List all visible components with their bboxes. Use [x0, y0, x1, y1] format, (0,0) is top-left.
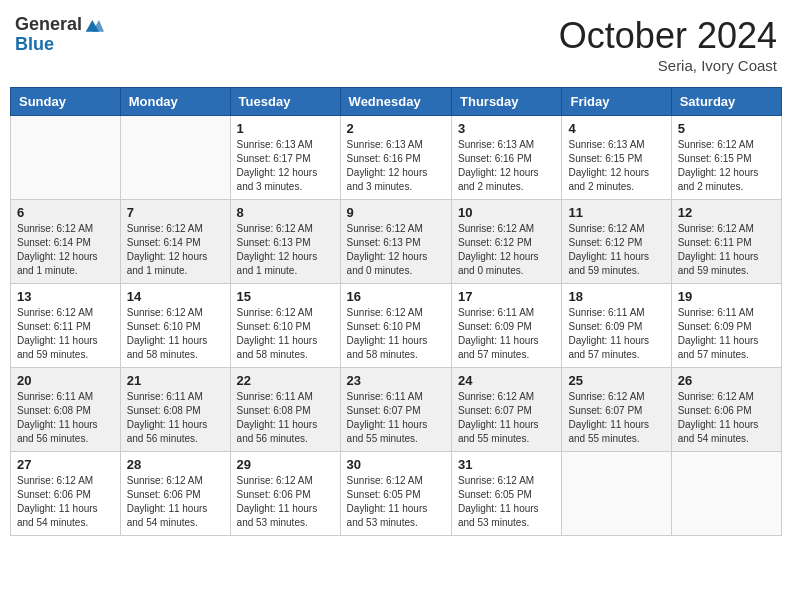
- calendar-cell: [11, 116, 121, 200]
- day-number: 25: [568, 373, 664, 388]
- calendar-cell: 2Sunrise: 6:13 AMSunset: 6:16 PMDaylight…: [340, 116, 451, 200]
- day-number: 28: [127, 457, 224, 472]
- day-info: Sunrise: 6:13 AMSunset: 6:16 PMDaylight:…: [347, 138, 445, 194]
- day-info: Sunrise: 6:12 AMSunset: 6:06 PMDaylight:…: [237, 474, 334, 530]
- calendar-cell: 12Sunrise: 6:12 AMSunset: 6:11 PMDayligh…: [671, 200, 781, 284]
- day-info: Sunrise: 6:13 AMSunset: 6:17 PMDaylight:…: [237, 138, 334, 194]
- weekday-header-row: SundayMondayTuesdayWednesdayThursdayFrid…: [11, 88, 782, 116]
- day-info: Sunrise: 6:12 AMSunset: 6:07 PMDaylight:…: [458, 390, 555, 446]
- day-info: Sunrise: 6:12 AMSunset: 6:14 PMDaylight:…: [17, 222, 114, 278]
- day-info: Sunrise: 6:13 AMSunset: 6:15 PMDaylight:…: [568, 138, 664, 194]
- month-title: October 2024: [559, 15, 777, 57]
- day-number: 31: [458, 457, 555, 472]
- day-info: Sunrise: 6:12 AMSunset: 6:07 PMDaylight:…: [568, 390, 664, 446]
- weekday-header-monday: Monday: [120, 88, 230, 116]
- day-number: 21: [127, 373, 224, 388]
- day-number: 27: [17, 457, 114, 472]
- day-info: Sunrise: 6:12 AMSunset: 6:12 PMDaylight:…: [568, 222, 664, 278]
- logo-general-text: General: [15, 15, 82, 35]
- calendar-cell: 21Sunrise: 6:11 AMSunset: 6:08 PMDayligh…: [120, 368, 230, 452]
- day-number: 12: [678, 205, 775, 220]
- logo-icon: [84, 15, 104, 35]
- calendar-cell: 3Sunrise: 6:13 AMSunset: 6:16 PMDaylight…: [452, 116, 562, 200]
- day-number: 30: [347, 457, 445, 472]
- calendar-cell: 13Sunrise: 6:12 AMSunset: 6:11 PMDayligh…: [11, 284, 121, 368]
- weekday-header-wednesday: Wednesday: [340, 88, 451, 116]
- calendar-week-row: 1Sunrise: 6:13 AMSunset: 6:17 PMDaylight…: [11, 116, 782, 200]
- calendar-cell: 31Sunrise: 6:12 AMSunset: 6:05 PMDayligh…: [452, 452, 562, 536]
- title-block: October 2024 Seria, Ivory Coast: [559, 15, 777, 74]
- day-number: 4: [568, 121, 664, 136]
- day-info: Sunrise: 6:12 AMSunset: 6:13 PMDaylight:…: [237, 222, 334, 278]
- weekday-header-friday: Friday: [562, 88, 671, 116]
- calendar-week-row: 6Sunrise: 6:12 AMSunset: 6:14 PMDaylight…: [11, 200, 782, 284]
- calendar-cell: 9Sunrise: 6:12 AMSunset: 6:13 PMDaylight…: [340, 200, 451, 284]
- day-number: 1: [237, 121, 334, 136]
- calendar-cell: 18Sunrise: 6:11 AMSunset: 6:09 PMDayligh…: [562, 284, 671, 368]
- calendar-cell: 23Sunrise: 6:11 AMSunset: 6:07 PMDayligh…: [340, 368, 451, 452]
- location-subtitle: Seria, Ivory Coast: [559, 57, 777, 74]
- day-info: Sunrise: 6:12 AMSunset: 6:06 PMDaylight:…: [678, 390, 775, 446]
- day-info: Sunrise: 6:11 AMSunset: 6:09 PMDaylight:…: [678, 306, 775, 362]
- calendar-cell: 16Sunrise: 6:12 AMSunset: 6:10 PMDayligh…: [340, 284, 451, 368]
- calendar-cell: 28Sunrise: 6:12 AMSunset: 6:06 PMDayligh…: [120, 452, 230, 536]
- day-number: 20: [17, 373, 114, 388]
- weekday-header-sunday: Sunday: [11, 88, 121, 116]
- day-info: Sunrise: 6:12 AMSunset: 6:06 PMDaylight:…: [127, 474, 224, 530]
- day-info: Sunrise: 6:12 AMSunset: 6:05 PMDaylight:…: [458, 474, 555, 530]
- day-info: Sunrise: 6:11 AMSunset: 6:08 PMDaylight:…: [237, 390, 334, 446]
- day-info: Sunrise: 6:12 AMSunset: 6:11 PMDaylight:…: [17, 306, 114, 362]
- calendar-cell: 7Sunrise: 6:12 AMSunset: 6:14 PMDaylight…: [120, 200, 230, 284]
- weekday-header-thursday: Thursday: [452, 88, 562, 116]
- calendar-cell: 5Sunrise: 6:12 AMSunset: 6:15 PMDaylight…: [671, 116, 781, 200]
- calendar-cell: 6Sunrise: 6:12 AMSunset: 6:14 PMDaylight…: [11, 200, 121, 284]
- day-info: Sunrise: 6:12 AMSunset: 6:06 PMDaylight:…: [17, 474, 114, 530]
- day-info: Sunrise: 6:13 AMSunset: 6:16 PMDaylight:…: [458, 138, 555, 194]
- calendar-table: SundayMondayTuesdayWednesdayThursdayFrid…: [10, 87, 782, 536]
- day-info: Sunrise: 6:12 AMSunset: 6:10 PMDaylight:…: [237, 306, 334, 362]
- day-number: 5: [678, 121, 775, 136]
- day-number: 16: [347, 289, 445, 304]
- day-info: Sunrise: 6:12 AMSunset: 6:12 PMDaylight:…: [458, 222, 555, 278]
- weekday-header-saturday: Saturday: [671, 88, 781, 116]
- calendar-cell: 15Sunrise: 6:12 AMSunset: 6:10 PMDayligh…: [230, 284, 340, 368]
- day-number: 18: [568, 289, 664, 304]
- day-number: 26: [678, 373, 775, 388]
- day-number: 10: [458, 205, 555, 220]
- day-info: Sunrise: 6:12 AMSunset: 6:05 PMDaylight:…: [347, 474, 445, 530]
- day-info: Sunrise: 6:12 AMSunset: 6:13 PMDaylight:…: [347, 222, 445, 278]
- day-number: 11: [568, 205, 664, 220]
- calendar-cell: [120, 116, 230, 200]
- day-number: 24: [458, 373, 555, 388]
- calendar-cell: 24Sunrise: 6:12 AMSunset: 6:07 PMDayligh…: [452, 368, 562, 452]
- day-number: 22: [237, 373, 334, 388]
- calendar-cell: 11Sunrise: 6:12 AMSunset: 6:12 PMDayligh…: [562, 200, 671, 284]
- calendar-cell: 30Sunrise: 6:12 AMSunset: 6:05 PMDayligh…: [340, 452, 451, 536]
- day-number: 17: [458, 289, 555, 304]
- day-info: Sunrise: 6:11 AMSunset: 6:08 PMDaylight:…: [17, 390, 114, 446]
- day-number: 14: [127, 289, 224, 304]
- day-number: 9: [347, 205, 445, 220]
- calendar-cell: 14Sunrise: 6:12 AMSunset: 6:10 PMDayligh…: [120, 284, 230, 368]
- day-info: Sunrise: 6:12 AMSunset: 6:10 PMDaylight:…: [127, 306, 224, 362]
- calendar-cell: 22Sunrise: 6:11 AMSunset: 6:08 PMDayligh…: [230, 368, 340, 452]
- day-number: 19: [678, 289, 775, 304]
- weekday-header-tuesday: Tuesday: [230, 88, 340, 116]
- page-header: General Blue October 2024 Seria, Ivory C…: [10, 10, 782, 79]
- day-number: 23: [347, 373, 445, 388]
- day-info: Sunrise: 6:12 AMSunset: 6:14 PMDaylight:…: [127, 222, 224, 278]
- calendar-week-row: 13Sunrise: 6:12 AMSunset: 6:11 PMDayligh…: [11, 284, 782, 368]
- calendar-week-row: 27Sunrise: 6:12 AMSunset: 6:06 PMDayligh…: [11, 452, 782, 536]
- calendar-cell: 19Sunrise: 6:11 AMSunset: 6:09 PMDayligh…: [671, 284, 781, 368]
- day-info: Sunrise: 6:11 AMSunset: 6:09 PMDaylight:…: [568, 306, 664, 362]
- calendar-week-row: 20Sunrise: 6:11 AMSunset: 6:08 PMDayligh…: [11, 368, 782, 452]
- day-number: 13: [17, 289, 114, 304]
- logo: General Blue: [15, 15, 104, 55]
- day-number: 3: [458, 121, 555, 136]
- calendar-cell: 4Sunrise: 6:13 AMSunset: 6:15 PMDaylight…: [562, 116, 671, 200]
- day-info: Sunrise: 6:11 AMSunset: 6:07 PMDaylight:…: [347, 390, 445, 446]
- day-info: Sunrise: 6:12 AMSunset: 6:10 PMDaylight:…: [347, 306, 445, 362]
- calendar-cell: 17Sunrise: 6:11 AMSunset: 6:09 PMDayligh…: [452, 284, 562, 368]
- calendar-cell: 29Sunrise: 6:12 AMSunset: 6:06 PMDayligh…: [230, 452, 340, 536]
- day-info: Sunrise: 6:11 AMSunset: 6:09 PMDaylight:…: [458, 306, 555, 362]
